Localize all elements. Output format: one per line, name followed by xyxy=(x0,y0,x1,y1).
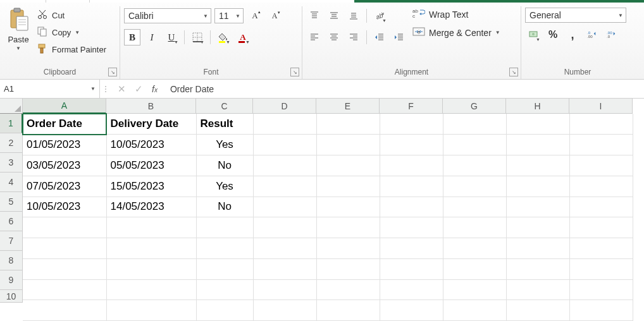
cell[interactable] xyxy=(569,279,633,300)
cell[interactable] xyxy=(316,217,380,238)
cell[interactable] xyxy=(253,197,316,217)
cell[interactable] xyxy=(106,258,196,279)
cell[interactable] xyxy=(443,238,506,259)
align-top-button[interactable] xyxy=(306,8,323,24)
cell[interactable] xyxy=(569,114,633,135)
align-bottom-button[interactable] xyxy=(345,8,362,24)
cell[interactable] xyxy=(316,135,380,155)
cell-C4[interactable]: Yes xyxy=(196,176,253,197)
percent-button[interactable]: % xyxy=(545,27,561,43)
cell-C5[interactable]: No xyxy=(196,197,253,217)
row-header[interactable]: 3 xyxy=(0,153,23,173)
column-header[interactable]: H xyxy=(506,99,569,114)
cell[interactable] xyxy=(316,238,380,259)
increase-decimal-button[interactable]: .0.00 xyxy=(584,27,600,43)
cell[interactable] xyxy=(443,279,506,300)
cell[interactable] xyxy=(506,300,569,321)
cell[interactable] xyxy=(106,238,196,259)
cell[interactable] xyxy=(23,279,106,300)
cell-A2[interactable]: 01/05/2023 xyxy=(23,135,106,155)
chevron-down-icon[interactable]: ▼ xyxy=(90,86,96,92)
chevron-down-icon[interactable]: ▼ xyxy=(16,45,21,51)
cell[interactable] xyxy=(506,135,569,155)
increase-font-size-button[interactable]: A▴ xyxy=(247,8,263,24)
cell-B1[interactable]: Delivery Date xyxy=(106,114,196,135)
cell[interactable] xyxy=(253,300,316,321)
cell[interactable] xyxy=(443,258,506,279)
row-header[interactable]: 10 xyxy=(0,290,23,303)
cell[interactable] xyxy=(443,300,506,321)
paste-button[interactable]: Paste ▼ xyxy=(4,6,33,52)
cell[interactable] xyxy=(106,217,196,238)
cell[interactable] xyxy=(196,238,253,259)
cell[interactable] xyxy=(569,155,633,176)
cell[interactable] xyxy=(506,217,569,238)
decrease-indent-button[interactable] xyxy=(371,29,388,45)
cell-B2[interactable]: 10/05/2023 xyxy=(106,135,196,155)
row-header[interactable]: 5 xyxy=(0,192,23,212)
cell[interactable] xyxy=(443,135,506,155)
chevron-down-icon[interactable]: ▼ xyxy=(495,30,500,35)
orientation-button[interactable]: ab▼ xyxy=(371,8,388,24)
cell[interactable] xyxy=(253,258,316,279)
insert-function-button[interactable]: fx xyxy=(152,84,158,94)
italic-button[interactable]: I xyxy=(144,29,160,45)
cell[interactable] xyxy=(196,279,253,300)
cell-B5[interactable]: 14/05/2023 xyxy=(106,197,196,217)
cell[interactable] xyxy=(253,176,316,197)
column-header[interactable]: B xyxy=(106,99,196,114)
number-format-selector[interactable]: General▼ xyxy=(525,8,626,23)
cell[interactable] xyxy=(506,258,569,279)
cell-A1[interactable]: Order Date xyxy=(23,114,106,135)
cell[interactable] xyxy=(253,114,316,135)
copy-button[interactable]: Copy ▼ xyxy=(37,26,106,39)
accounting-format-button[interactable]: ▼ xyxy=(525,27,542,43)
increase-indent-button[interactable] xyxy=(391,29,407,45)
formula-bar-grip[interactable] xyxy=(100,86,111,92)
column-header[interactable]: E xyxy=(316,99,380,114)
cell[interactable] xyxy=(316,300,380,321)
cell[interactable] xyxy=(506,114,569,135)
cell[interactable] xyxy=(196,300,253,321)
column-header[interactable]: C xyxy=(196,99,253,114)
wrap-text-button[interactable]: abc Wrap Text xyxy=(412,8,500,21)
cell[interactable] xyxy=(443,176,506,197)
font-size-selector[interactable]: 11▼ xyxy=(214,8,244,23)
cell-A4[interactable]: 07/05/2023 xyxy=(23,176,106,197)
cell[interactable] xyxy=(380,135,443,155)
cell[interactable] xyxy=(380,217,443,238)
bold-button[interactable]: B xyxy=(124,29,140,45)
cell[interactable] xyxy=(23,217,106,238)
font-color-button[interactable]: A▼ xyxy=(235,29,251,45)
cells[interactable]: Order Date Delivery Date Result 01/05/20… xyxy=(23,114,633,321)
cell[interactable] xyxy=(380,300,443,321)
cell-A3[interactable]: 03/05/2023 xyxy=(23,155,106,176)
row-header[interactable]: 8 xyxy=(0,251,23,270)
formula-input[interactable]: Order Date xyxy=(164,84,644,94)
comma-button[interactable]: , xyxy=(564,27,581,43)
cell[interactable] xyxy=(253,135,316,155)
row-header[interactable]: 2 xyxy=(0,133,23,153)
cell[interactable] xyxy=(380,176,443,197)
underline-button[interactable]: U▼ xyxy=(163,29,180,45)
cell[interactable] xyxy=(253,279,316,300)
decrease-font-size-button[interactable]: A▾ xyxy=(266,8,283,24)
chevron-down-icon[interactable]: ▼ xyxy=(75,30,80,35)
row-header[interactable]: 7 xyxy=(0,231,23,251)
fill-color-button[interactable]: ▼ xyxy=(215,29,232,45)
cell-B3[interactable]: 05/05/2023 xyxy=(106,155,196,176)
cell[interactable] xyxy=(443,197,506,217)
cell-A5[interactable]: 10/05/2023 xyxy=(23,197,106,217)
cell[interactable] xyxy=(106,300,196,321)
cell[interactable] xyxy=(569,238,633,259)
dialog-launcher-alignment[interactable] xyxy=(509,68,518,76)
cell[interactable] xyxy=(569,197,633,217)
cell[interactable] xyxy=(380,155,443,176)
cell[interactable] xyxy=(380,238,443,259)
cell[interactable] xyxy=(23,300,106,321)
cell[interactable] xyxy=(23,238,106,259)
cell[interactable] xyxy=(443,217,506,238)
cell[interactable] xyxy=(106,279,196,300)
cell[interactable] xyxy=(380,279,443,300)
align-left-button[interactable] xyxy=(306,29,323,45)
